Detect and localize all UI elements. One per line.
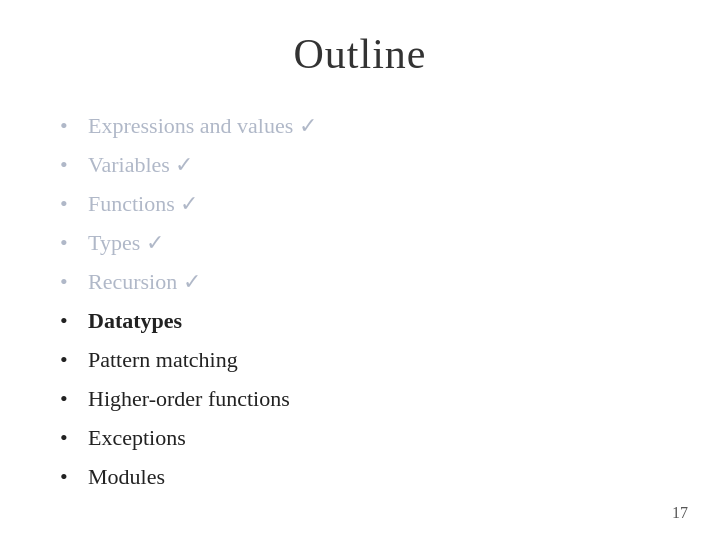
bullet-icon: • bbox=[60, 265, 88, 298]
bullet-text: Expressions and values ✓ bbox=[88, 109, 317, 142]
bullet-icon: • bbox=[60, 382, 88, 415]
list-item: •Modules bbox=[60, 457, 660, 496]
list-item: •Expressions and values ✓ bbox=[60, 106, 660, 145]
bullet-text: Recursion ✓ bbox=[88, 265, 201, 298]
bullet-text: Variables ✓ bbox=[88, 148, 193, 181]
bullet-icon: • bbox=[60, 226, 88, 259]
bullet-text: Datatypes bbox=[88, 304, 182, 337]
list-item: •Functions ✓ bbox=[60, 184, 660, 223]
list-item: •Higher-order functions bbox=[60, 379, 660, 418]
bullet-icon: • bbox=[60, 460, 88, 493]
bullet-icon: • bbox=[60, 343, 88, 376]
list-item: •Datatypes bbox=[60, 301, 660, 340]
list-item: •Variables ✓ bbox=[60, 145, 660, 184]
bullet-icon: • bbox=[60, 148, 88, 181]
bullet-icon: • bbox=[60, 304, 88, 337]
list-item: •Recursion ✓ bbox=[60, 262, 660, 301]
list-item: •Exceptions bbox=[60, 418, 660, 457]
bullet-text: Pattern matching bbox=[88, 343, 238, 376]
bullet-text: Modules bbox=[88, 460, 165, 493]
bullet-text: Types ✓ bbox=[88, 226, 164, 259]
page-number: 17 bbox=[672, 504, 688, 522]
list-item: •Types ✓ bbox=[60, 223, 660, 262]
bullet-text: Exceptions bbox=[88, 421, 186, 454]
slide: Outline •Expressions and values ✓•Variab… bbox=[0, 0, 720, 540]
bullet-icon: • bbox=[60, 109, 88, 142]
bullet-list: •Expressions and values ✓•Variables ✓•Fu… bbox=[60, 106, 660, 496]
list-item: •Pattern matching bbox=[60, 340, 660, 379]
bullet-text: Higher-order functions bbox=[88, 382, 290, 415]
slide-title: Outline bbox=[294, 30, 427, 78]
bullet-text: Functions ✓ bbox=[88, 187, 198, 220]
bullet-icon: • bbox=[60, 187, 88, 220]
bullet-icon: • bbox=[60, 421, 88, 454]
